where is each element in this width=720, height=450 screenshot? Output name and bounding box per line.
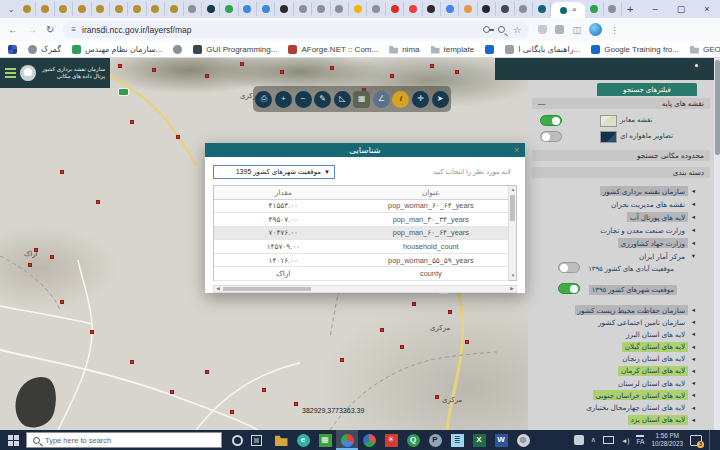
taskbar-app-qgis[interactable]: Q	[402, 430, 424, 450]
taskbar-app-file-explorer[interactable]	[270, 430, 292, 450]
tray-app-icon[interactable]	[574, 435, 584, 445]
scroll-up-icon[interactable]: ▲	[509, 186, 517, 194]
bookmark-item[interactable]	[485, 45, 494, 54]
tab-search-chevron-icon[interactable]: ⌄	[4, 5, 18, 14]
map-city-point[interactable]	[60, 170, 64, 174]
sidebar-tree-item[interactable]: ◂ لایه های استان لرستان	[528, 378, 714, 390]
browser-tab[interactable]	[515, 2, 533, 16]
taskbar-search-box[interactable]: Type here to search	[26, 432, 222, 448]
bookmark-item[interactable]: گمرک	[28, 45, 61, 54]
sidebar-tree-item[interactable]: ◂ نقشه های مدیریت بحران	[528, 199, 714, 212]
task-view-icon[interactable]	[251, 435, 262, 446]
sidebar-tree-item[interactable]: ◂ لایه های استان خراسان جنوبی	[528, 390, 714, 402]
pan-button[interactable]: ✛	[412, 91, 429, 108]
tree-item-label[interactable]: سازمان نقشه برداری کشور	[600, 186, 688, 196]
search-filters-tab[interactable]: فیلترهای جستجو	[597, 83, 697, 96]
tree-expand-icon[interactable]: ◂	[692, 226, 695, 234]
browser-tab[interactable]	[92, 2, 110, 16]
taskbar-app-color-dots[interactable]	[358, 430, 380, 450]
split-screen-icon[interactable]: ◫	[572, 25, 581, 35]
browser-tab[interactable]	[496, 2, 514, 16]
bookmark-item[interactable]: راهنمای بایگانی ا...	[505, 45, 580, 54]
map-city-point[interactable]	[400, 345, 404, 349]
browser-tab[interactable]	[257, 2, 275, 16]
browser-tab[interactable]	[404, 2, 422, 16]
cortana-icon[interactable]	[232, 435, 243, 446]
scroll-down-icon[interactable]: ▼	[509, 272, 517, 280]
notification-center-icon[interactable]: 3	[690, 435, 702, 446]
tree-item-label[interactable]: نقشه های مدیریت بحران	[608, 199, 688, 209]
tree-item-label[interactable]: سازمان حفاظت محیط زیست کشور	[575, 305, 688, 315]
sidebar-tree-item[interactable]: ◂ لایه های استان البرز	[528, 329, 714, 341]
map-city-point[interactable]	[230, 410, 234, 414]
browser-tab[interactable]	[533, 2, 551, 16]
tree-expand-icon[interactable]: ◂	[692, 355, 695, 363]
browser-tab[interactable]	[423, 2, 441, 16]
browser-tab[interactable]	[585, 2, 603, 16]
bookmark-star-icon[interactable]: ☆	[513, 25, 521, 35]
browser-tab[interactable]	[331, 2, 349, 16]
browser-tab[interactable]	[55, 2, 73, 16]
map-city-point[interactable]	[448, 310, 452, 314]
horizontal-scroll-thumb[interactable]	[223, 287, 311, 291]
taskbar-app-arcmap[interactable]: ◍	[512, 430, 534, 450]
browser-tab[interactable]	[349, 2, 367, 16]
reload-button[interactable]: ↻	[46, 24, 54, 35]
basemap-toggle[interactable]	[540, 115, 562, 126]
back-button[interactable]: ←	[8, 24, 18, 35]
table-row[interactable]: اراک county	[214, 267, 509, 281]
print-tool-button[interactable]: ⎙	[255, 91, 272, 108]
password-key-icon[interactable]	[483, 26, 490, 33]
table-row[interactable]: ۴۱۵۵۳.۰۰ pop_woman_۶۰_۶۴_years	[214, 199, 509, 213]
legend-button[interactable]: ▦	[353, 91, 370, 108]
taskbar-app-notes[interactable]: ≣	[446, 430, 468, 450]
taskbar-app-excel[interactable]: X	[468, 430, 490, 450]
map-city-point[interactable]	[205, 370, 209, 374]
browser-tab[interactable]	[128, 2, 146, 16]
vertical-scroll-thumb[interactable]	[510, 195, 515, 221]
scroll-left-icon[interactable]: ◀	[214, 286, 222, 292]
tree-item-label[interactable]: لایه های استان خراسان جنوبی	[593, 390, 688, 400]
measure-area-button[interactable]: ◺	[334, 91, 351, 108]
forward-button[interactable]: →	[27, 24, 37, 35]
page-scrollbar-thumb[interactable]	[715, 60, 720, 155]
browser-tab[interactable]	[441, 2, 459, 16]
new-tab-button[interactable]: +	[627, 3, 633, 15]
map-city-point[interactable]	[330, 66, 334, 70]
map-city-point[interactable]	[50, 255, 54, 259]
sidebar-tree-item[interactable]: ◂ وزارت جهاد کشاورزی	[528, 238, 714, 251]
map-city-point[interactable]	[240, 62, 244, 66]
map-city-point[interactable]	[28, 263, 32, 267]
hamburger-menu-icon[interactable]	[5, 68, 16, 77]
tree-item-label[interactable]: لایه های استان یزد	[628, 415, 688, 425]
browser-tab[interactable]	[367, 2, 385, 16]
sidebar-tree-item[interactable]: ◂ وزارت صنعت معدن و تجارت	[528, 225, 714, 238]
browser-menu-icon[interactable]: ⋮	[610, 25, 619, 35]
tree-item-label[interactable]: سازمان تامین اجتماعی کشور	[595, 317, 688, 327]
map-city-point[interactable]	[90, 330, 94, 334]
browser-tab[interactable]	[459, 2, 477, 16]
map-city-point[interactable]	[96, 200, 100, 204]
browser-tab[interactable]	[312, 2, 330, 16]
taskbar-app-red-app[interactable]: ✳	[380, 430, 402, 450]
sidebar-collapse-handle[interactable]	[692, 61, 701, 70]
map-city-point[interactable]	[60, 300, 64, 304]
table-row[interactable]: ۴۹۵۰۷.۰۰ pop_man_۳۰_۳۴_years	[214, 213, 509, 227]
bookmark-item[interactable]: GUI Programming...	[193, 45, 277, 54]
tree-expand-icon[interactable]: ◂	[692, 330, 695, 338]
taskbar-app-word[interactable]: W	[490, 430, 512, 450]
map-city-point[interactable]	[430, 64, 434, 68]
collapse-minus-icon[interactable]: —	[538, 99, 545, 108]
sidebar-tree-item[interactable]: ◂ لایه های استان گیلان	[528, 342, 714, 354]
sidebar-tree-item[interactable]: ◂ سازمان حفاظت محیط زیست کشور	[528, 305, 714, 317]
tree-expand-icon[interactable]: ◂	[692, 200, 695, 208]
browser-tab[interactable]	[294, 2, 312, 16]
tree-expand-icon[interactable]: ◂	[692, 318, 695, 326]
tree-expand-icon[interactable]: ◂	[692, 187, 695, 195]
map-city-point[interactable]	[152, 68, 156, 72]
address-bar[interactable]: ≡ iransdi.ncc.gov.ir/layersf/map ☆	[63, 21, 529, 38]
tree-expand-icon[interactable]: ◂	[692, 404, 695, 412]
sidebar-tree-item[interactable]: ◂ لایه های استان زنجان	[528, 354, 714, 366]
bookmark-item[interactable]	[8, 45, 17, 54]
window-minimize-button[interactable]: –	[642, 0, 668, 18]
